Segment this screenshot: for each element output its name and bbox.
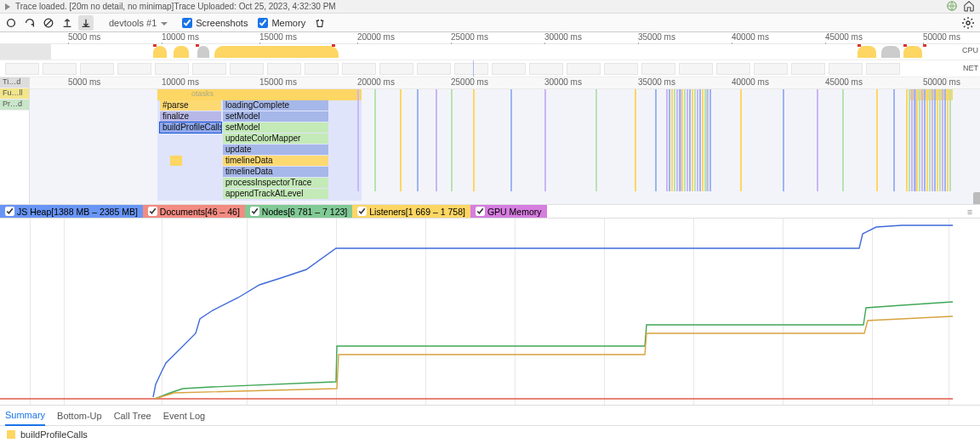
record-icon[interactable]	[3, 15, 19, 31]
flame-sliver[interactable]	[783, 89, 784, 191]
flame-entry[interactable]: setModel	[223, 111, 328, 122]
memory-checkbox[interactable]: Memory	[258, 18, 305, 28]
screenshot-thumb[interactable]	[604, 63, 638, 75]
screenshot-thumb[interactable]	[492, 63, 526, 75]
flame-entry[interactable]: updateColorMapper	[223, 133, 328, 144]
flame-sliver[interactable]	[842, 89, 844, 191]
overview-ruler[interactable]: 5000 ms10000 ms15000 ms20000 ms25000 ms3…	[0, 32, 980, 44]
menu-icon[interactable]: ≡	[960, 207, 980, 217]
flame-entry[interactable]: #parse	[160, 100, 221, 111]
ruler-tick: 5000 ms	[68, 77, 100, 87]
flame-entry[interactable]: buildProfileCalls	[160, 122, 221, 133]
flame-entry[interactable]: timelineData	[223, 167, 328, 177]
ruler-tick: 10000 ms	[162, 77, 199, 87]
flame-sliver[interactable]	[655, 89, 657, 191]
screenshot-thumb[interactable]	[529, 63, 563, 75]
screenshot-thumb[interactable]	[679, 63, 713, 75]
screenshot-thumb[interactable]	[716, 63, 750, 75]
screenshot-thumb[interactable]	[791, 63, 825, 75]
ruler-tick: 15000 ms	[259, 77, 297, 87]
track-headers: Ti…dFu…llPr…d	[0, 77, 30, 204]
flame-entry[interactable]	[170, 156, 182, 166]
screenshot-thumb[interactable]	[267, 63, 301, 75]
flame-sliver[interactable]	[876, 89, 878, 191]
garbage-collect-icon[interactable]	[312, 15, 328, 31]
flame-sliver[interactable]	[595, 89, 597, 191]
settings-gear-icon[interactable]	[961, 16, 975, 30]
screenshot-thumb[interactable]	[829, 63, 863, 75]
ruler-tick: 25000 ms	[451, 32, 488, 42]
tab-event-log[interactable]: Event Log	[163, 406, 206, 425]
overview-minimap[interactable]: CPU	[0, 44, 980, 60]
flame-entry[interactable]: loadingComplete	[223, 100, 328, 111]
screenshot-thumb[interactable]	[417, 63, 451, 75]
screenshot-thumb[interactable]	[117, 63, 151, 75]
ruler-tick: 50000 ms	[923, 77, 960, 87]
instance-select[interactable]: devtools #1	[104, 17, 172, 29]
screenshot-thumb[interactable]	[155, 63, 189, 75]
flame-sliver[interactable]	[817, 89, 818, 191]
screenshot-thumb[interactable]	[305, 63, 339, 75]
home-icon[interactable]	[958, 0, 975, 14]
scrollbar-thumb[interactable]	[973, 192, 980, 204]
flame-sliver[interactable]	[635, 89, 636, 191]
legend-item[interactable]: GPU Memory	[470, 205, 547, 218]
screenshot-thumb[interactable]	[754, 63, 788, 75]
memory-chart[interactable]	[0, 219, 980, 406]
screenshot-thumb[interactable]	[80, 63, 114, 75]
track-label[interactable]: Pr…d	[0, 99, 29, 111]
flame-entry[interactable]: appendTrackAtLevel	[223, 189, 328, 199]
series-js-heap	[153, 225, 953, 397]
legend-item[interactable]: Nodes[6 781 – 7 123]	[245, 205, 352, 218]
flame-sliver[interactable]	[893, 89, 895, 191]
reload-icon[interactable]	[22, 15, 37, 31]
ruler-tick: 10000 ms	[162, 32, 199, 42]
flame-sliver[interactable]	[400, 89, 402, 191]
flame-sliver[interactable]	[436, 89, 437, 191]
flame-entry[interactable]: setModel	[223, 122, 328, 133]
flame-entry[interactable]: update	[223, 145, 328, 155]
clear-icon[interactable]	[41, 15, 56, 31]
play-icon[interactable]	[5, 3, 10, 10]
flame-sliver[interactable]	[374, 89, 376, 191]
screenshot-thumb[interactable]	[641, 63, 675, 75]
flame-entry[interactable]: timelineData	[223, 156, 328, 166]
screenshot-thumb[interactable]	[567, 63, 601, 75]
ruler-tick: 30000 ms	[544, 77, 582, 87]
tab-summary[interactable]: Summary	[5, 406, 45, 426]
upload-icon[interactable]	[60, 15, 75, 31]
legend-item[interactable]: Documents[46 – 46]	[143, 205, 245, 218]
summary-detail: buildProfileCalls	[0, 426, 980, 443]
legend-item[interactable]: JS Heap[1388 MB – 2385 MB]	[0, 205, 143, 218]
download-icon[interactable]	[78, 15, 94, 31]
flame-sliver[interactable]	[451, 89, 453, 191]
screenshot-thumb[interactable]	[454, 63, 488, 75]
flame-sliver[interactable]	[510, 89, 512, 191]
screenshot-thumb[interactable]	[379, 63, 413, 75]
flame-sliver[interactable]	[544, 89, 546, 191]
ruler-tick: 5000 ms	[68, 32, 100, 42]
screenshot-thumb[interactable]	[5, 63, 39, 75]
series-listeners	[155, 316, 953, 399]
track-label[interactable]: Fu…ll	[0, 88, 29, 99]
screenshot-thumb[interactable]	[866, 63, 900, 75]
flame-entry[interactable]: processInspectorTrace	[223, 178, 328, 188]
flame-sliver[interactable]	[473, 89, 475, 191]
screenshot-thumb[interactable]	[192, 63, 226, 75]
flame-sliver[interactable]	[417, 89, 419, 191]
globe-icon[interactable]	[941, 0, 958, 14]
ruler-tick: 50000 ms	[923, 32, 960, 42]
screenshot-thumb[interactable]	[43, 63, 77, 75]
screenshot-thumb[interactable]	[342, 63, 376, 75]
screenshots-checkbox[interactable]: Screenshots	[182, 18, 248, 28]
flame-entry[interactable]: finalize	[160, 111, 221, 122]
flame-chart[interactable]: Ti…dFu…llPr…d 5000 ms10000 ms15000 ms200…	[0, 77, 980, 205]
screenshots-strip[interactable]: NET	[0, 60, 980, 77]
flame-sliver[interactable]	[357, 89, 359, 191]
flame-sliver[interactable]	[740, 89, 742, 191]
tab-bottom-up[interactable]: Bottom-Up	[57, 406, 102, 425]
screenshot-thumb[interactable]	[230, 63, 264, 75]
legend-item[interactable]: Listeners[1 669 – 1 758]	[352, 205, 470, 218]
tab-call-tree[interactable]: Call Tree	[114, 406, 151, 425]
track-label[interactable]: Ti…d	[0, 77, 29, 88]
